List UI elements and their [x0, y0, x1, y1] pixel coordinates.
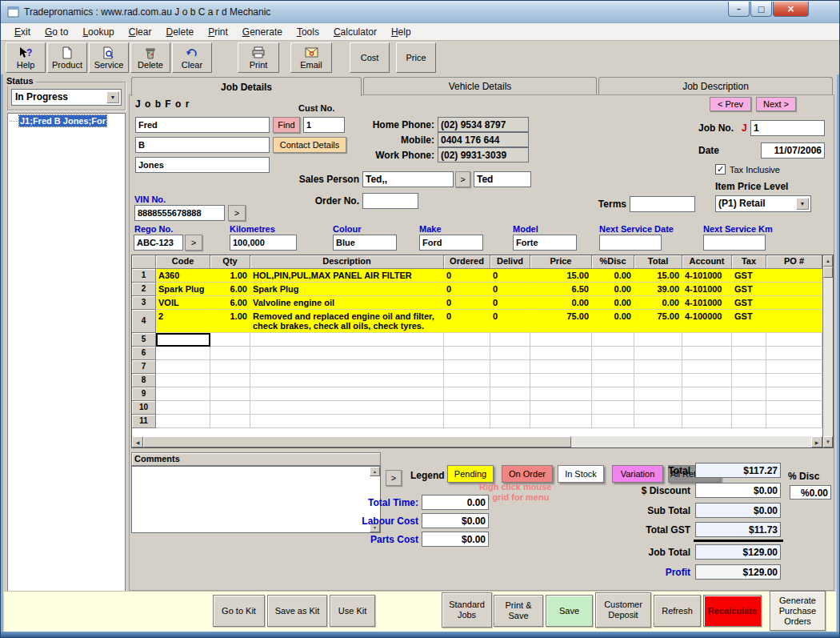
chevron-down-icon[interactable]: ▼: [796, 198, 809, 210]
grid-column-header[interactable]: [132, 255, 156, 269]
find-button[interactable]: Find: [273, 117, 300, 133]
grid-cell[interactable]: 4-101000: [682, 296, 732, 310]
recalculate-button[interactable]: Recalculate: [703, 595, 762, 627]
grid-cell[interactable]: Spark Plug: [156, 283, 210, 296]
grid-cell[interactable]: [250, 374, 444, 387]
grid-cell[interactable]: [250, 333, 444, 347]
menu-help[interactable]: Help: [384, 25, 418, 39]
menu-clear[interactable]: Clear: [122, 25, 159, 39]
grid-cell[interactable]: [250, 347, 444, 360]
grid-cell[interactable]: 75.00: [530, 310, 592, 333]
grid-column-header[interactable]: Description: [250, 255, 444, 269]
grid-cell[interactable]: Removed and replaced engine oil and filt…: [250, 310, 444, 333]
discount-field[interactable]: $0.00: [695, 483, 781, 498]
grid-cell[interactable]: 4-100000: [682, 310, 732, 333]
menu-print[interactable]: Print: [201, 25, 235, 39]
scrollbar-thumb[interactable]: [143, 436, 571, 447]
menu-exit[interactable]: Exit: [7, 25, 38, 39]
print-toolbar-button[interactable]: Print: [238, 42, 279, 73]
grid-cell[interactable]: [634, 347, 682, 360]
date-field[interactable]: 11/07/2006: [761, 142, 825, 158]
grid-cell[interactable]: [634, 360, 682, 374]
grid-cell[interactable]: [766, 415, 822, 428]
grid-cell[interactable]: [210, 360, 250, 374]
scrollbar-track[interactable]: [823, 278, 833, 436]
grid-cell[interactable]: [766, 269, 822, 283]
refresh-button[interactable]: Refresh: [654, 595, 701, 627]
grid-column-header[interactable]: Code: [156, 255, 210, 269]
grid-cell[interactable]: 15.00: [634, 269, 682, 283]
grid-cell[interactable]: 0.00: [530, 296, 592, 310]
scroll-down-icon[interactable]: ▼: [823, 436, 833, 447]
help-toolbar-button[interactable]: ? Help: [6, 42, 46, 73]
cust-no-field[interactable]: 1: [303, 117, 345, 133]
grid-cell[interactable]: [210, 401, 250, 415]
grid-cell[interactable]: [156, 347, 210, 360]
next-button[interactable]: Next >: [756, 97, 796, 111]
grid-cell[interactable]: [530, 387, 592, 401]
comments-textarea[interactable]: ▲ ▼: [131, 466, 381, 533]
grid-row-number[interactable]: 1: [132, 269, 156, 283]
grid-cell[interactable]: 0: [490, 296, 530, 310]
grid-cell[interactable]: [490, 333, 530, 347]
rego-field[interactable]: ABC-123: [134, 235, 183, 251]
grid-row-number[interactable]: 8: [132, 374, 156, 387]
grid-cell[interactable]: [732, 333, 766, 347]
grid-row-number[interactable]: 2: [132, 283, 156, 296]
grid-cell[interactable]: [634, 401, 682, 415]
grid-cell[interactable]: 0: [444, 269, 490, 283]
next-service-km-field[interactable]: [703, 235, 766, 251]
grid-column-header[interactable]: Qty: [210, 255, 250, 269]
menu-calculator[interactable]: Calculator: [326, 25, 384, 39]
grid-cell[interactable]: [210, 347, 250, 360]
grid-column-header[interactable]: Account: [682, 255, 732, 269]
grid-cell[interactable]: [250, 360, 444, 374]
prev-button[interactable]: < Prev: [710, 97, 751, 111]
grid-cell[interactable]: [634, 387, 682, 401]
comments-more-button[interactable]: >: [386, 470, 402, 486]
grid-cell[interactable]: [210, 387, 250, 401]
grid-cell[interactable]: [444, 401, 490, 415]
grid-cell[interactable]: [490, 401, 530, 415]
chevron-down-icon[interactable]: ▼: [106, 91, 119, 103]
price-toolbar-button[interactable]: Price: [396, 42, 436, 73]
grid-cell[interactable]: [210, 374, 250, 387]
grid-cell[interactable]: [682, 333, 732, 347]
minimize-button[interactable]: –: [728, 2, 750, 17]
grid-column-header[interactable]: Tax: [732, 255, 766, 269]
grid-cell[interactable]: [156, 387, 210, 401]
grid-cell[interactable]: [732, 387, 766, 401]
grid-cell[interactable]: 0.00: [592, 283, 634, 296]
grid-column-header[interactable]: Total: [634, 255, 682, 269]
menu-tools[interactable]: Tools: [290, 25, 326, 39]
grid-cell[interactable]: GST: [732, 310, 766, 333]
grid-cell[interactable]: 4-101000: [682, 269, 732, 283]
item-price-level-dropdown[interactable]: (P1) Retail ▼: [715, 195, 811, 212]
grid-cell[interactable]: [250, 401, 444, 415]
grid-cell[interactable]: [530, 360, 592, 374]
grid-cell[interactable]: [490, 360, 530, 374]
grid-cell[interactable]: [766, 310, 822, 333]
vin-field[interactable]: 8888555678888: [134, 205, 225, 221]
grid-cell[interactable]: 4-101000: [682, 283, 732, 296]
grid-cell[interactable]: [682, 360, 732, 374]
menu-lookup[interactable]: Lookup: [75, 25, 121, 39]
tax-inclusive-checkbox[interactable]: ✓: [715, 164, 726, 175]
grid-cell[interactable]: [530, 415, 592, 428]
grid-row-number[interactable]: 10: [132, 401, 156, 415]
grid-cell[interactable]: [530, 347, 592, 360]
grid-cell[interactable]: [634, 374, 682, 387]
scroll-left-icon[interactable]: ◀: [132, 436, 143, 447]
grid-cell[interactable]: [732, 415, 766, 428]
order-no-field[interactable]: [362, 193, 418, 209]
save-button[interactable]: Save: [546, 595, 593, 627]
grid-cell[interactable]: [250, 415, 444, 428]
grid-cell[interactable]: 2: [156, 310, 210, 333]
grid-cell[interactable]: 0: [490, 283, 530, 296]
menu-generate[interactable]: Generate: [235, 25, 290, 39]
grid-cell[interactable]: [444, 387, 490, 401]
grid-vscrollbar[interactable]: ▲ ▼: [822, 255, 833, 447]
grid-cell[interactable]: [530, 401, 592, 415]
grid-cell[interactable]: [766, 401, 822, 415]
generate-purchase-orders-button[interactable]: Generate Purchase Orders: [770, 591, 826, 631]
